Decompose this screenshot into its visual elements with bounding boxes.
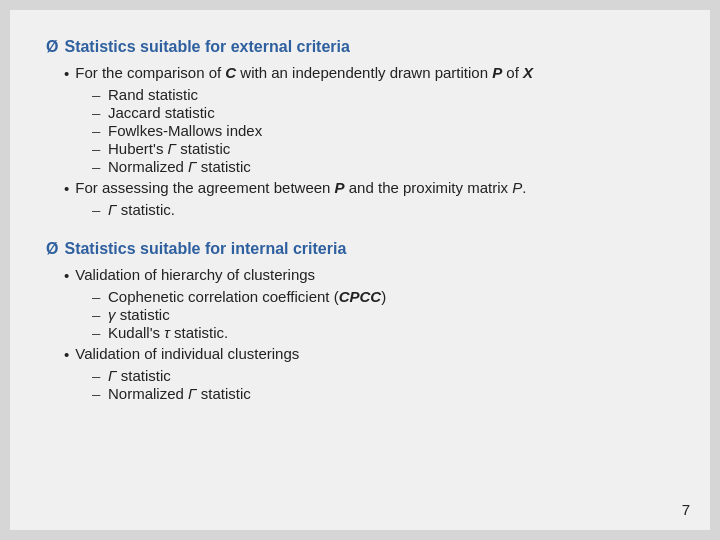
bullet-assessing: • For assessing the agreement between P … [64, 179, 674, 218]
sub-item-rand: – Rand statistic [92, 86, 674, 103]
omega-symbol-external: Ø [46, 38, 58, 56]
rand-statistic-text: Rand statistic [108, 86, 198, 103]
bullet-main-comparison: • For the comparison of C with an indepe… [64, 64, 674, 82]
hubert-text: Hubert's Γ statistic [108, 140, 230, 157]
fowlkes-text: Fowlkes-Mallows index [108, 122, 262, 139]
tau-letter: τ [164, 324, 170, 341]
gamma-stat2-text: Γ statistic [108, 367, 171, 384]
bullet-main-individual: • Validation of individual clusterings [64, 345, 674, 363]
dash-normalized: – [92, 158, 104, 175]
sub-list-individual: – Γ statistic – Normalized Γ statistic [92, 367, 674, 402]
section-external: Ø Statistics suitable for external crite… [46, 38, 674, 218]
gamma-letter: Γ [108, 201, 117, 218]
bullet-individual: • Validation of individual clusterings –… [64, 345, 674, 402]
dash-gamma-stat2: – [92, 367, 104, 384]
section-title-text-external: Statistics suitable for external criteri… [64, 38, 349, 56]
sub-item-gamma: – Γ statistic. [92, 201, 674, 218]
individual-text: Validation of individual clusterings [75, 345, 299, 362]
bullet-comparison: • For the comparison of C with an indepe… [64, 64, 674, 175]
dash-gamma-small: – [92, 306, 104, 323]
kendall-text: Kudall's τ statistic. [108, 324, 228, 341]
p-italic-2: P [512, 179, 522, 196]
sub-item-kendall: – Kudall's τ statistic. [92, 324, 674, 341]
p-italic: P [492, 64, 502, 81]
sub-item-gamma-small: – γ statistic [92, 306, 674, 323]
bullet-comparison-text: For the comparison of C with an independ… [75, 64, 533, 81]
dash-fowlkes: – [92, 122, 104, 139]
normalized-gamma-2: Γ [188, 385, 197, 402]
normalized-gamma: Γ [188, 158, 197, 175]
dash-rand: – [92, 86, 104, 103]
cpcc-italic: CPCC [339, 288, 382, 305]
dash-normalized2: – [92, 385, 104, 402]
cpcc-text: Cophenetic correlation coefficient (CPCC… [108, 288, 386, 305]
bullet-dot-3: • [64, 267, 69, 284]
sub-item-fowlkes: – Fowlkes-Mallows index [92, 122, 674, 139]
sub-item-hubert: – Hubert's Γ statistic [92, 140, 674, 157]
sub-item-normalized2: – Normalized Γ statistic [92, 385, 674, 402]
bullet-dot-1: • [64, 65, 69, 82]
sub-item-cpcc: – Cophenetic correlation coefficient (CP… [92, 288, 674, 305]
sub-list-hierarchy: – Cophenetic correlation coefficient (CP… [92, 288, 674, 341]
page-number: 7 [682, 501, 690, 518]
normalized-text: Normalized Γ statistic [108, 158, 251, 175]
sub-item-jaccard: – Jaccard statistic [92, 104, 674, 121]
section-title-text-internal: Statistics suitable for internal criteri… [64, 240, 346, 258]
sub-list-comparison: – Rand statistic – Jaccard statistic – F… [92, 86, 674, 175]
section-title-external: Ø Statistics suitable for external crite… [46, 38, 674, 56]
section-title-internal: Ø Statistics suitable for internal crite… [46, 240, 674, 258]
gamma-letter-2: Γ [108, 367, 117, 384]
gamma-stat-text: Γ statistic. [108, 201, 175, 218]
dash-kendall: – [92, 324, 104, 341]
sub-item-normalized: – Normalized Γ statistic [92, 158, 674, 175]
normalized2-text: Normalized Γ statistic [108, 385, 251, 402]
dash-hubert: – [92, 140, 104, 157]
sub-item-gamma-stat2: – Γ statistic [92, 367, 674, 384]
section-internal: Ø Statistics suitable for internal crite… [46, 240, 674, 402]
gamma-small-text: γ statistic [108, 306, 170, 323]
gamma-small-letter: γ [108, 306, 116, 323]
bullet-dot-2: • [64, 180, 69, 197]
hubert-gamma: Γ [168, 140, 177, 157]
bullet-main-hierarchy: • Validation of hierarchy of clusterings [64, 266, 674, 284]
jaccard-text: Jaccard statistic [108, 104, 215, 121]
hierarchy-text: Validation of hierarchy of clusterings [75, 266, 315, 283]
sub-list-assessing: – Γ statistic. [92, 201, 674, 218]
bullet-main-assessing: • For assessing the agreement between P … [64, 179, 674, 197]
p-bold: P [335, 179, 345, 196]
slide: Ø Statistics suitable for external crite… [10, 10, 710, 530]
bullet-assessing-text: For assessing the agreement between P an… [75, 179, 526, 196]
bullet-dot-4: • [64, 346, 69, 363]
c-italic: C [225, 64, 236, 81]
dash-cpcc: – [92, 288, 104, 305]
omega-symbol-internal: Ø [46, 240, 58, 258]
bullet-hierarchy: • Validation of hierarchy of clusterings… [64, 266, 674, 341]
dash-gamma: – [92, 201, 104, 218]
dash-jaccard: – [92, 104, 104, 121]
x-italic: X [523, 64, 533, 81]
